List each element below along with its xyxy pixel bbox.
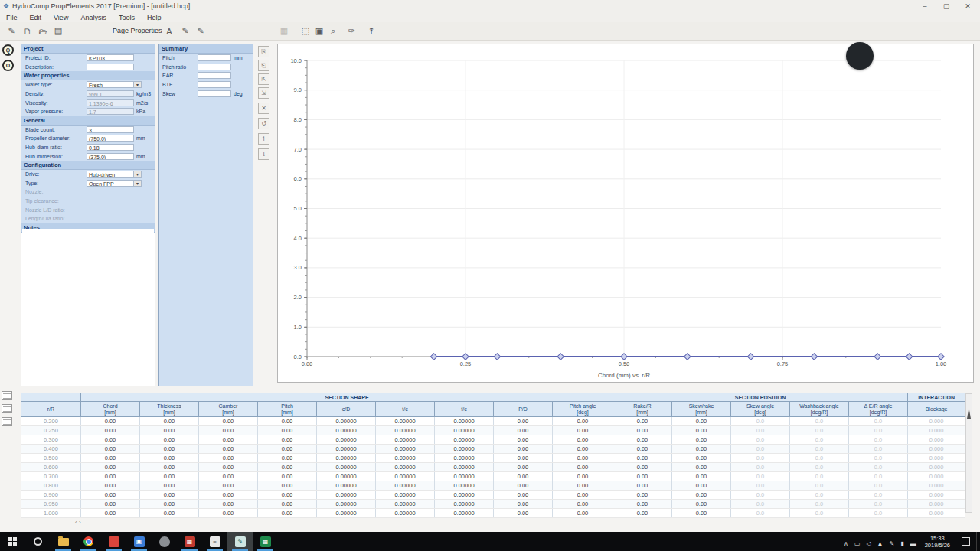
grid-cell[interactable]: 0.00000 bbox=[376, 445, 435, 454]
summary-value-field[interactable] bbox=[198, 64, 231, 70]
grid-cell[interactable]: 0.00 bbox=[553, 435, 613, 445]
grid-nav-arrows[interactable]: ‹ › bbox=[75, 519, 81, 526]
property-value-field[interactable]: Open FPP bbox=[87, 180, 134, 187]
grid-cell[interactable]: 0.00000 bbox=[317, 500, 376, 509]
grid-cell[interactable]: 0.00000 bbox=[317, 481, 376, 491]
summary-value-field[interactable] bbox=[198, 72, 231, 79]
copy-summary-icon[interactable]: ⎘ bbox=[258, 46, 270, 57]
copy-view-icon[interactable]: ▣ bbox=[312, 24, 326, 37]
grid-cell[interactable]: 0.00000 bbox=[435, 509, 494, 518]
pointer-icon[interactable]: ↟ bbox=[364, 24, 378, 37]
grid-cell[interactable]: 0.00000 bbox=[435, 491, 494, 500]
grid-cell[interactable]: 0.000 bbox=[908, 454, 965, 463]
grid-cell[interactable]: 0.00 bbox=[140, 472, 199, 481]
grid-cell[interactable]: 0.00 bbox=[494, 500, 553, 509]
grid-cell[interactable]: 0.00 bbox=[199, 472, 258, 481]
grid-cell[interactable]: 0.00000 bbox=[317, 472, 376, 481]
grid-cell[interactable]: 0.0 bbox=[731, 481, 790, 491]
grid-cell[interactable]: 0.00 bbox=[199, 491, 258, 500]
grid-cell[interactable]: 0.00 bbox=[81, 472, 140, 481]
grid-cell[interactable]: 0.0 bbox=[849, 491, 908, 500]
grid-cell[interactable]: 0.00 bbox=[553, 445, 613, 454]
tray-network-icon[interactable]: ▬ bbox=[907, 540, 920, 547]
property-value-field[interactable]: 0.18 bbox=[87, 144, 134, 151]
grid-cell[interactable]: 0.0 bbox=[849, 509, 908, 518]
grid-cell[interactable]: 0.00 bbox=[258, 454, 317, 463]
grid-cell[interactable]: 0.0 bbox=[849, 481, 908, 491]
grid-cell[interactable]: 0.00 bbox=[199, 481, 258, 491]
action-center-icon[interactable] bbox=[962, 537, 970, 546]
grid-cell[interactable]: 0.00 bbox=[258, 426, 317, 435]
grid-cell[interactable]: 0.000 bbox=[908, 509, 965, 518]
grid-cell[interactable]: 0.00 bbox=[553, 454, 613, 463]
grid-cell[interactable]: 0.00000 bbox=[317, 491, 376, 500]
grid-cell[interactable]: 0.0 bbox=[849, 463, 908, 472]
grid-cell[interactable]: 0.00 bbox=[140, 445, 199, 454]
grid-cell[interactable]: 0.00 bbox=[258, 463, 317, 472]
tray-battery-icon[interactable]: ▮ bbox=[897, 540, 906, 547]
grid-cell[interactable]: 0.00 bbox=[553, 472, 613, 481]
grid-cell[interactable]: 0.00 bbox=[672, 472, 731, 481]
grid-cell[interactable]: 0.00 bbox=[553, 426, 613, 435]
data-point-marker[interactable] bbox=[684, 354, 691, 360]
explorer-button[interactable] bbox=[51, 532, 76, 551]
grid-tab-results[interactable] bbox=[2, 417, 12, 426]
save-file-icon[interactable]: ▤ bbox=[51, 24, 65, 37]
grid-cell[interactable]: 0.00000 bbox=[317, 445, 376, 454]
grid-cell[interactable]: 0.00 bbox=[553, 509, 613, 518]
grid-cell[interactable]: 0.000 bbox=[908, 481, 965, 491]
notes-field[interactable] bbox=[22, 229, 154, 385]
grid-cell[interactable]: 0.00 bbox=[613, 491, 672, 500]
grid-cell[interactable]: 0.00000 bbox=[435, 500, 494, 509]
grid-cell[interactable]: 0.00 bbox=[81, 463, 140, 472]
grid-cell[interactable]: 0.00 bbox=[81, 509, 140, 518]
grid-cell[interactable]: 0.00 bbox=[672, 445, 731, 454]
data-point-marker[interactable] bbox=[747, 354, 753, 360]
grid-cell[interactable]: 0.0 bbox=[790, 509, 849, 518]
grid-cell[interactable]: 0.00000 bbox=[376, 472, 435, 481]
grid-cell[interactable]: 0.0 bbox=[790, 500, 849, 509]
data-point-marker[interactable] bbox=[494, 354, 500, 360]
menu-view[interactable]: View bbox=[47, 14, 74, 21]
grid-cell[interactable]: 0.0 bbox=[849, 435, 908, 445]
grid-cell[interactable]: 0.00 bbox=[494, 454, 553, 463]
grid-cell[interactable]: 0.0 bbox=[731, 500, 790, 509]
grid-cell[interactable]: 0.0 bbox=[849, 454, 908, 463]
grid-cell[interactable]: 0.00 bbox=[81, 491, 140, 500]
grid-cell[interactable]: 0.00 bbox=[81, 481, 140, 491]
grid-cell[interactable]: 0.00 bbox=[140, 435, 199, 445]
grid-cell[interactable]: 0.00 bbox=[672, 435, 731, 445]
grid-cell[interactable]: 0.000 bbox=[908, 435, 965, 445]
grid-cell[interactable]: 0.000 bbox=[908, 472, 965, 481]
grid-cell[interactable]: 0.00 bbox=[613, 472, 672, 481]
grid-cell[interactable]: 0.00 bbox=[81, 417, 140, 426]
font-icon[interactable]: A bbox=[162, 24, 176, 37]
page-selector-label[interactable]: Page Properties bbox=[113, 27, 162, 34]
grid-cell[interactable]: 0.00 bbox=[199, 435, 258, 445]
tray-chevron-up-icon[interactable]: ∧ bbox=[841, 540, 851, 547]
grid-cell[interactable]: 0.00 bbox=[258, 445, 317, 454]
tray-volume-icon[interactable]: ◁ bbox=[863, 540, 874, 547]
grid-cell[interactable]: 0.00000 bbox=[376, 500, 435, 509]
grid-cell[interactable]: 0.0 bbox=[731, 472, 790, 481]
menu-help[interactable]: Help bbox=[141, 14, 168, 21]
tray-upload-icon[interactable]: ▲ bbox=[874, 540, 887, 547]
grid-cell[interactable]: 0.0 bbox=[731, 426, 790, 435]
grid-cell[interactable]: 0.00 bbox=[494, 445, 553, 454]
grid-cell[interactable]: 0.00000 bbox=[435, 417, 494, 426]
menu-file[interactable]: File bbox=[0, 14, 24, 21]
data-point-marker[interactable] bbox=[874, 354, 880, 360]
data-point-marker[interactable] bbox=[938, 354, 944, 360]
grid-cell[interactable]: 0.00 bbox=[672, 500, 731, 509]
start-button[interactable] bbox=[0, 532, 25, 551]
grid-cell[interactable]: 0.00 bbox=[199, 500, 258, 509]
grid-cell[interactable]: 0.00000 bbox=[376, 454, 435, 463]
grid-cell[interactable]: 0.00 bbox=[199, 454, 258, 463]
grid-cell[interactable]: 0.00 bbox=[613, 481, 672, 491]
media-app-button[interactable] bbox=[101, 532, 126, 551]
summary-value-field[interactable] bbox=[198, 54, 231, 61]
grid-cell[interactable]: 0.00 bbox=[81, 426, 140, 435]
grid-cell[interactable]: 0.00000 bbox=[376, 509, 435, 518]
grid-cell[interactable]: 0.000 bbox=[908, 426, 965, 435]
grid-cell[interactable]: 0.00 bbox=[613, 500, 672, 509]
